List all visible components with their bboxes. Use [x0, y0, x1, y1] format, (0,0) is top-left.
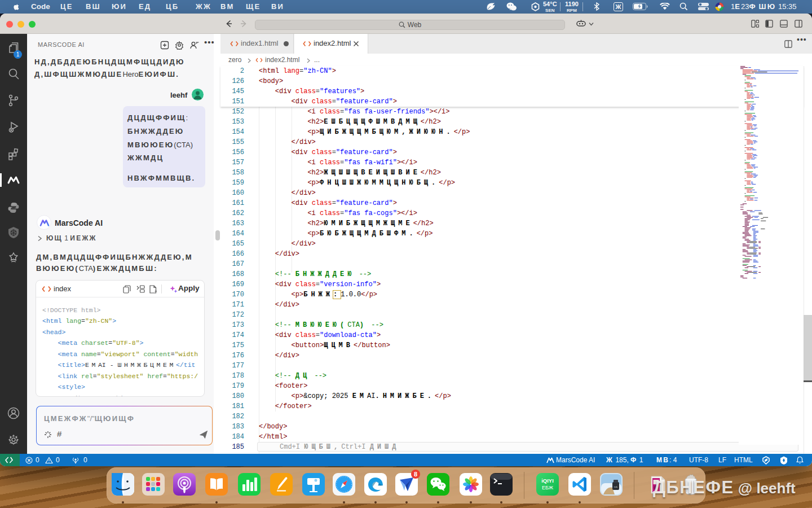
svg-text:ink: ink — [614, 485, 618, 488]
svg-text:ЕБЖ: ЕБЖ — [542, 485, 554, 491]
svg-text:iQIYI: iQIYI — [541, 478, 554, 484]
